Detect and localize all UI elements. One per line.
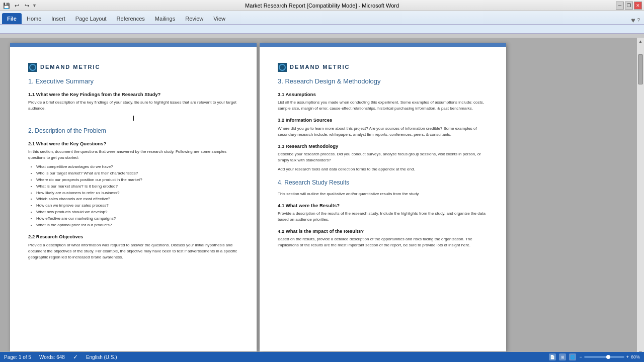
save-button[interactable]: 💾 bbox=[2, 1, 11, 10]
bullet-list: What competitive advantages do we have? … bbox=[36, 164, 238, 228]
zoom-out-button[interactable]: − bbox=[579, 354, 582, 359]
dm-logo-text-left: DEMAND METRIC bbox=[40, 63, 101, 71]
section4-intro: This section will outline the qualitativ… bbox=[278, 191, 488, 197]
bullet-item: How can we improve our sales process? bbox=[36, 203, 238, 209]
section3-2-heading: 3.2 Information Sources bbox=[278, 117, 488, 123]
bullet-item: What new products should we develop? bbox=[36, 209, 238, 216]
logo-right: DEMAND METRIC bbox=[278, 63, 488, 72]
zoom-control[interactable]: − + 60% bbox=[579, 354, 640, 359]
undo-button[interactable]: ↩ bbox=[12, 1, 21, 10]
close-button[interactable]: ✕ bbox=[634, 2, 642, 10]
dm-logo-text-right: DEMAND METRIC bbox=[290, 63, 350, 71]
section1-1-body: Provide a brief description of the key f… bbox=[28, 100, 238, 112]
tab-review[interactable]: Review bbox=[180, 13, 208, 24]
zoom-slider[interactable] bbox=[584, 356, 624, 358]
page-top-bar-left bbox=[10, 43, 257, 47]
section4-2-heading: 4.2 What is the Impact of the Results? bbox=[278, 228, 488, 234]
language-status: English (U.S.) bbox=[86, 354, 117, 360]
zoom-level: 60% bbox=[631, 354, 640, 359]
status-bar: Page: 1 of 5 Words: 648 ✓ English (U.S.)… bbox=[0, 352, 644, 362]
bullet-item: How likely are customers to refer us bus… bbox=[36, 190, 238, 197]
page-right: DEMAND METRIC 3. Research Design & Metho… bbox=[260, 43, 506, 351]
bullet-item: Who is our target market? What are their… bbox=[36, 170, 238, 177]
status-left: Page: 1 of 5 Words: 648 ✓ English (U.S.) bbox=[4, 353, 117, 360]
section2-1-body: In this section, document the questions … bbox=[28, 149, 238, 161]
cursor-indicator bbox=[28, 115, 238, 121]
section2-heading: 2. Description of the Problem bbox=[28, 127, 238, 135]
top-gray-bar bbox=[0, 34, 644, 38]
bullet-item: How effective are our marketing campaign… bbox=[36, 216, 238, 222]
redo-button[interactable]: ↪ bbox=[22, 1, 31, 10]
section3-3-extra: Add your research tools and data collect… bbox=[278, 166, 488, 172]
view-full-screen-button[interactable]: ⊞ bbox=[559, 353, 566, 360]
pages-container: DEMAND METRIC 1. Executive Summary 1.1 W… bbox=[0, 38, 644, 356]
zoom-in-button[interactable]: + bbox=[626, 354, 629, 359]
bullet-item: What is the optimal price for our produc… bbox=[36, 222, 238, 229]
section4-1-heading: 4.1 What were the Results? bbox=[278, 202, 488, 209]
section3-2-body: Where did you go to learn more about thi… bbox=[278, 126, 488, 138]
restore-button[interactable]: ❐ bbox=[625, 2, 633, 10]
section4-2-body: Based on the results, provide a detailed… bbox=[278, 236, 488, 248]
quick-access-toolbar: 💾 ↩ ↪ ▼ bbox=[0, 0, 37, 11]
status-right: 📄 ⊞ 🌐 − + 60% bbox=[549, 353, 640, 360]
page-top-bar-right bbox=[260, 43, 506, 47]
scrollbar-up-arrow[interactable]: ▲ bbox=[638, 39, 643, 44]
tab-view[interactable]: View bbox=[208, 13, 230, 24]
bullet-item: What is our market share? Is it being er… bbox=[36, 184, 238, 190]
ribbon: File Home Insert Page Layout References … bbox=[0, 11, 644, 34]
page-status: Page: 1 of 5 bbox=[4, 354, 31, 360]
words-status: Words: 648 bbox=[39, 354, 65, 360]
zoom-thumb[interactable] bbox=[606, 355, 610, 359]
title-bar: 💾 ↩ ↪ ▼ Market Research Report [Compatib… bbox=[0, 0, 644, 11]
tab-home[interactable]: Home bbox=[22, 13, 46, 24]
ribbon-content bbox=[0, 24, 644, 33]
track-changes-icon: ✓ bbox=[73, 353, 78, 360]
tab-insert[interactable]: Insert bbox=[46, 13, 70, 24]
dm-logo-icon-left bbox=[28, 63, 37, 72]
view-web-button[interactable]: 🌐 bbox=[569, 353, 576, 360]
logo-left: DEMAND METRIC bbox=[28, 63, 238, 72]
tab-mailings[interactable]: Mailings bbox=[150, 13, 180, 24]
bullet-item: What competitive advantages do we have? bbox=[36, 164, 238, 170]
section3-3-heading: 3.3 Research Methodology bbox=[278, 143, 488, 149]
page-left: DEMAND METRIC 1. Executive Summary 1.1 W… bbox=[10, 43, 257, 351]
section3-3-body: Describe your research process. Did you … bbox=[278, 151, 488, 163]
bullet-item: Where do our prospects position our prod… bbox=[36, 177, 238, 184]
scrollbar-thumb[interactable] bbox=[638, 54, 643, 84]
section2-2-body: Provide a description of what informatio… bbox=[28, 242, 238, 260]
qat-dropdown[interactable]: ▼ bbox=[32, 3, 37, 8]
minimize-button[interactable]: ─ bbox=[616, 2, 624, 10]
dm-logo-icon-right bbox=[278, 63, 287, 72]
section1-1-heading: 1.1 What were the Key Findings from the … bbox=[28, 91, 238, 98]
tab-file[interactable]: File bbox=[2, 13, 22, 24]
window-controls: ─ ❐ ✕ bbox=[616, 2, 642, 10]
help-icon[interactable]: ? bbox=[637, 18, 640, 23]
view-print-button[interactable]: 📄 bbox=[549, 353, 556, 360]
section1-heading: 1. Executive Summary bbox=[28, 77, 238, 86]
bullet-item: Which sales channels are most effective? bbox=[36, 196, 238, 203]
section3-1-heading: 3.1 Assumptions bbox=[278, 91, 488, 98]
tab-references[interactable]: References bbox=[112, 13, 150, 24]
section4-heading: 4. Research Study Results bbox=[278, 178, 488, 187]
section3-1-body: List all the assumptions you made when c… bbox=[278, 100, 488, 112]
tab-page-layout[interactable]: Page Layout bbox=[70, 13, 112, 24]
vertical-scrollbar[interactable]: ▲ ▼ bbox=[637, 38, 644, 356]
section4-1-body: Provide a description of the results of … bbox=[278, 211, 488, 223]
heart-icon: ♥ bbox=[631, 16, 635, 24]
section2-1-heading: 2.1 What were the Key Questions? bbox=[28, 140, 238, 147]
section2-2-heading: 2.2 Research Objectives bbox=[28, 233, 238, 240]
section3-heading: 3. Research Design & Methodology bbox=[278, 77, 488, 86]
document-area: DEMAND METRIC 1. Executive Summary 1.1 W… bbox=[0, 38, 644, 356]
window-title: Market Research Report [Compatibility Mo… bbox=[245, 3, 399, 9]
ribbon-tabs: File Home Insert Page Layout References … bbox=[0, 11, 644, 24]
